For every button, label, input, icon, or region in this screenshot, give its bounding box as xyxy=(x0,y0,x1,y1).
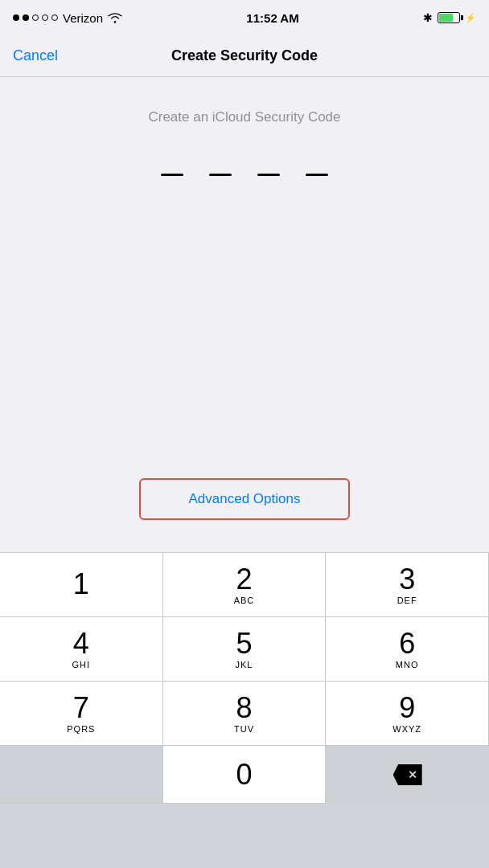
subtitle-text: Create an iCloud Security Code xyxy=(148,109,340,125)
key-1-number: 1 xyxy=(73,570,89,599)
key-empty-left xyxy=(0,746,163,804)
battery-fill xyxy=(439,14,453,22)
key-3[interactable]: 3 DEF xyxy=(326,553,489,617)
key-0-number: 0 xyxy=(236,760,252,789)
signal-dots xyxy=(13,14,58,21)
key-3-letters: DEF xyxy=(397,596,417,605)
main-content: Create an iCloud Security Code Advanced … xyxy=(0,77,489,552)
pin-dash-3 xyxy=(257,174,280,176)
key-8-number: 8 xyxy=(236,694,252,723)
carrier-label: Verizon xyxy=(63,11,103,25)
pin-dash-2 xyxy=(209,174,232,176)
status-left: Verizon xyxy=(13,11,122,25)
signal-dot-1 xyxy=(13,14,19,21)
signal-dot-5 xyxy=(51,14,58,21)
key-8[interactable]: 8 TUV xyxy=(163,682,327,746)
signal-dot-4 xyxy=(42,14,48,21)
key-8-letters: TUV xyxy=(234,724,254,734)
key-3-number: 3 xyxy=(399,565,415,594)
key-6-letters: MNO xyxy=(396,660,419,669)
battery-container: ⚡ xyxy=(438,12,476,23)
nav-bar: Cancel Create Security Code xyxy=(0,35,489,77)
cancel-button[interactable]: Cancel xyxy=(13,47,58,64)
wifi-icon xyxy=(108,12,122,23)
pin-dash-1 xyxy=(161,174,183,176)
keypad: 1 2 ABC 3 DEF 4 GHI 5 JKL 6 MNO 7 PQRS 8… xyxy=(0,552,489,868)
delete-x-icon: ✕ xyxy=(408,768,417,781)
key-9-number: 9 xyxy=(399,694,415,723)
key-2-letters: ABC xyxy=(234,596,255,605)
advanced-options-button[interactable]: Advanced Options xyxy=(139,478,351,520)
page-title: Create Security Code xyxy=(171,47,318,64)
key-7[interactable]: 7 PQRS xyxy=(0,682,163,746)
status-bar: Verizon 11:52 AM ✱ ⚡ xyxy=(0,0,489,35)
pin-dash-4 xyxy=(306,174,328,176)
delete-button[interactable]: ✕ xyxy=(326,746,489,804)
delete-shape: ✕ xyxy=(393,764,422,785)
key-6-number: 6 xyxy=(399,629,415,658)
bluetooth-icon: ✱ xyxy=(423,11,433,24)
key-4[interactable]: 4 GHI xyxy=(0,617,163,682)
signal-dot-2 xyxy=(23,14,29,21)
key-4-number: 4 xyxy=(73,629,89,658)
status-right: ✱ ⚡ xyxy=(423,11,476,24)
status-time: 11:52 AM xyxy=(246,11,298,25)
charge-icon: ⚡ xyxy=(465,13,476,23)
key-9[interactable]: 9 WXYZ xyxy=(326,682,489,746)
key-2-number: 2 xyxy=(236,565,252,594)
key-4-letters: GHI xyxy=(72,660,91,669)
key-7-letters: PQRS xyxy=(67,724,95,734)
key-0[interactable]: 0 xyxy=(163,746,327,804)
battery-icon xyxy=(438,12,460,23)
key-5[interactable]: 5 JKL xyxy=(163,617,327,682)
key-2[interactable]: 2 ABC xyxy=(163,553,327,617)
key-5-number: 5 xyxy=(236,629,252,658)
key-5-letters: JKL xyxy=(236,660,253,669)
key-7-number: 7 xyxy=(73,694,89,723)
key-6[interactable]: 6 MNO xyxy=(326,617,489,682)
key-1[interactable]: 1 xyxy=(0,553,163,617)
signal-dot-3 xyxy=(32,14,39,21)
pin-input-area xyxy=(161,174,328,176)
key-9-letters: WXYZ xyxy=(392,724,421,734)
